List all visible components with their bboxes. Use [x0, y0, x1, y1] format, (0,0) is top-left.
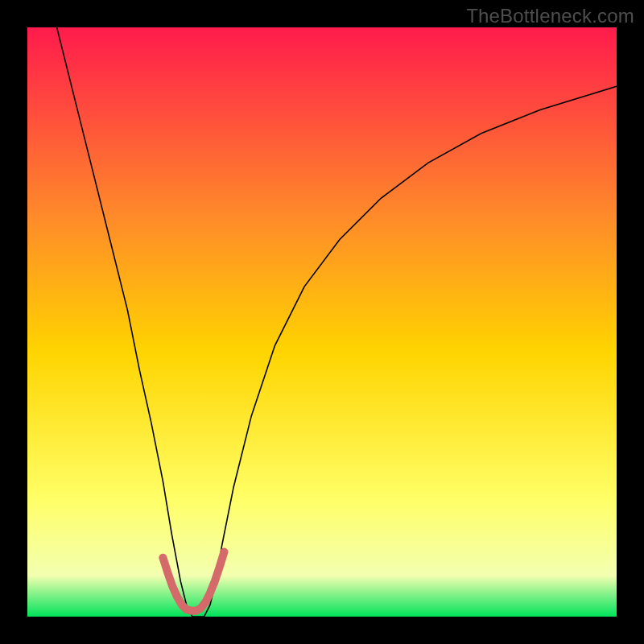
- highlight-dot: [197, 605, 204, 612]
- highlight-dot: [221, 548, 227, 555]
- highlight-dot: [217, 564, 223, 571]
- plot-svg: [0, 0, 644, 644]
- outer-frame: TheBottleneck.com: [0, 0, 644, 644]
- highlight-dot: [179, 601, 185, 608]
- highlight-dot: [164, 569, 171, 576]
- highlight-dot: [207, 590, 213, 597]
- highlight-dot: [169, 583, 175, 589]
- highlight-dot: [174, 593, 180, 600]
- highlight-dot: [159, 555, 166, 561]
- highlight-dot: [202, 599, 208, 605]
- plot-background: [27, 27, 617, 617]
- highlight-dot: [212, 578, 218, 584]
